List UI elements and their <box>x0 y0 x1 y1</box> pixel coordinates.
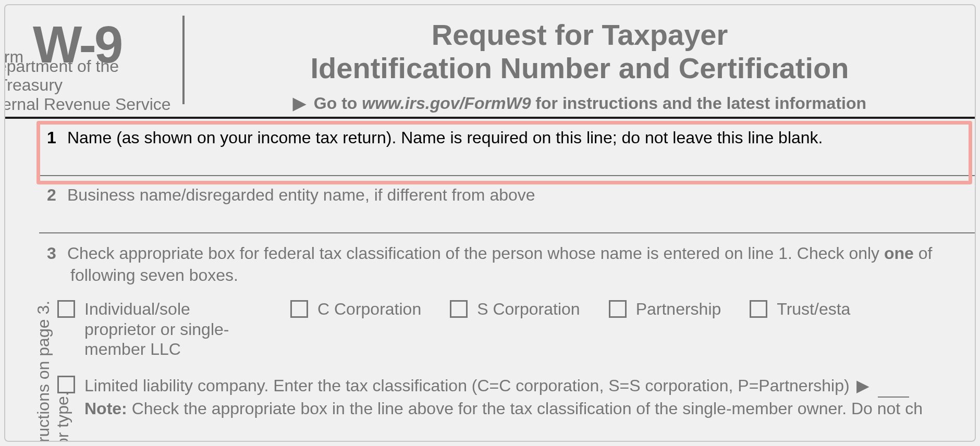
form-page: orm W-9 epartment of the Treasury ternal… <box>4 4 976 442</box>
row-3-text-c: of <box>914 244 933 263</box>
side-label: tructions on page 3. or type. <box>5 119 39 425</box>
checkbox-partnership-label: Partnership <box>636 299 721 319</box>
llc-text-block: Limited liability company. Enter the tax… <box>84 375 923 419</box>
row-3-text-d: following seven boxes. <box>70 265 975 287</box>
checkbox-box-icon[interactable] <box>57 300 75 318</box>
link-url: www.irs.gov/FormW9 <box>362 94 531 113</box>
form-body: tructions on page 3. or type. 1 Name (as… <box>5 117 975 425</box>
checkbox-box-icon[interactable] <box>450 300 468 318</box>
department-block: epartment of the Treasury ternal Revenue… <box>4 57 182 114</box>
header-right-block: Request for Taxpayer Identification Numb… <box>185 5 975 117</box>
llc-note-label: Note: <box>84 399 127 418</box>
checkbox-box-icon[interactable] <box>609 300 627 318</box>
triangle-right-icon: ▶ <box>856 376 869 395</box>
checkbox-box-icon[interactable] <box>57 376 75 393</box>
checkbox-trust[interactable]: Trust/esta <box>750 299 850 359</box>
fields-column: 1 Name (as shown on your income tax retu… <box>39 119 975 425</box>
header-left-block: orm W-9 epartment of the Treasury ternal… <box>5 5 182 117</box>
checkbox-c-corp[interactable]: C Corporation <box>290 299 421 359</box>
row-1-number: 1 <box>47 128 63 147</box>
checkbox-llc-row: Limited liability company. Enter the tax… <box>57 375 975 419</box>
checkbox-s-corp-label: S Corporation <box>477 299 580 319</box>
checkbox-individual-label: Individual/sole proprietor or single-mem… <box>84 299 262 359</box>
checkbox-box-icon[interactable] <box>750 300 767 318</box>
checkbox-c-corp-label: C Corporation <box>317 299 421 319</box>
row-1-text: Name (as shown on your income tax return… <box>67 128 823 147</box>
form-header: orm W-9 epartment of the Treasury ternal… <box>5 5 975 117</box>
llc-note-text: Check the appropriate box in the line ab… <box>127 399 923 418</box>
llc-blank-line[interactable] <box>878 397 909 398</box>
title-line-2: Identification Number and Certification <box>185 52 975 85</box>
row-3-text-b: one <box>884 244 914 263</box>
row-2-text: Business name/disregarded entity name, i… <box>67 185 535 204</box>
row-2-business-name[interactable]: 2 Business name/disregarded entity name,… <box>39 176 975 233</box>
dept-line-2: ternal Revenue Service <box>4 95 182 114</box>
row-3-classification: 3 Check appropriate box for federal tax … <box>39 233 975 425</box>
link-suffix: for instructions and the latest informat… <box>531 94 866 113</box>
classification-checkboxes: Individual/sole proprietor or single-mem… <box>57 299 975 375</box>
row-3-text-a: Check appropriate box for federal tax cl… <box>67 244 884 263</box>
instructions-link: ▶ Go to www.irs.gov/FormW9 for instructi… <box>185 93 975 113</box>
form-title: Request for Taxpayer Identification Numb… <box>185 18 975 85</box>
checkbox-individual[interactable]: Individual/sole proprietor or single-mem… <box>57 299 262 359</box>
checkbox-box-icon[interactable] <box>290 300 308 318</box>
llc-main-text: Limited liability company. Enter the tax… <box>84 376 850 395</box>
triangle-right-icon: ▶ <box>293 94 306 113</box>
row-1-name[interactable]: 1 Name (as shown on your income tax retu… <box>39 119 975 176</box>
checkbox-s-corp[interactable]: S Corporation <box>450 299 580 359</box>
checkbox-trust-label: Trust/esta <box>777 299 850 319</box>
link-prefix: Go to <box>314 94 362 113</box>
title-line-1: Request for Taxpayer <box>185 18 975 52</box>
checkbox-partnership[interactable]: Partnership <box>609 299 721 359</box>
row-2-number: 2 <box>47 185 63 205</box>
row-3-number: 3 <box>47 243 63 265</box>
dept-line-1: epartment of the Treasury <box>4 57 182 95</box>
